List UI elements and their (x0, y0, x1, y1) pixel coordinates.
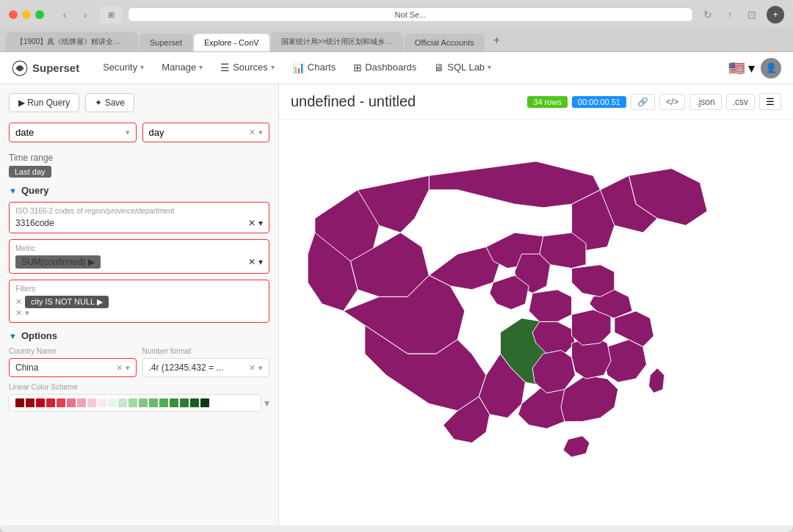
date-field-selector[interactable]: date ▾ (9, 123, 137, 142)
color-swatch-1 (15, 398, 24, 407)
filter-caret[interactable]: ▾ (25, 308, 29, 318)
color-swatch-2 (26, 398, 35, 407)
maximize-button[interactable] (35, 10, 44, 19)
color-swatch-16 (170, 398, 178, 407)
csv-button[interactable]: .csv (726, 94, 755, 110)
browser-titlebar: ‹ › ⊞ Not Se... ↻ ↑ ⊡ + (0, 0, 793, 29)
user-icon: 👤 (765, 62, 777, 73)
save-button[interactable]: ✦ Save (85, 93, 134, 112)
number-format-controls: ✕ ▾ (249, 363, 263, 373)
color-swatch-14 (149, 398, 158, 407)
color-scheme-label: Linear Color Scheme (9, 383, 269, 391)
tab-official[interactable]: Official Accounts (405, 34, 485, 51)
time-badge: 00:00:00.51 (572, 96, 626, 108)
color-swatch-7 (77, 398, 86, 407)
nav-sqllab[interactable]: 🖥 SQL Lab ▾ (425, 52, 500, 84)
nav-sources-caret: ▾ (271, 63, 275, 71)
color-swatch-4 (46, 398, 55, 407)
url-bar[interactable]: Not Se... (128, 7, 693, 22)
rows-badge: 34 rows (527, 96, 568, 108)
chart-title: undefined - untitled (291, 93, 416, 110)
color-swatch-15 (159, 398, 168, 407)
chart-header: undefined - untitled 34 rows 00:00:00.51… (279, 84, 793, 120)
dashboards-icon: ⊞ (353, 62, 362, 73)
color-swatch-6 (67, 398, 76, 407)
chart-menu-button[interactable]: ☰ (759, 93, 781, 110)
back-button[interactable]: ‹ (56, 6, 73, 23)
profile-icon[interactable]: + (767, 6, 784, 23)
iso-field-controls: ✕ ▾ (248, 218, 263, 228)
anhui-province (572, 310, 611, 346)
query-section-title: Query (21, 185, 49, 196)
tab-statistics[interactable]: 国家统计局>>统计用区划和城乡划分代码 (271, 32, 403, 51)
close-button[interactable] (9, 10, 18, 19)
time-range-badge[interactable]: Last day (9, 166, 51, 178)
sidebar-button[interactable]: ⊡ (743, 6, 761, 23)
iso-clear-button[interactable]: ✕ (248, 218, 256, 228)
forward-button[interactable]: › (76, 6, 94, 23)
metric-controls: ✕ ▾ (248, 257, 263, 267)
refresh-button[interactable]: ↻ (699, 6, 717, 23)
nav-security-caret: ▾ (140, 63, 144, 71)
options-section: Country Name China ✕ ▾ Number f (9, 347, 269, 412)
color-scheme-picker[interactable] (9, 394, 261, 412)
options-section-caret[interactable]: ▼ (9, 332, 17, 340)
nav-charts[interactable]: 📊 Charts (283, 52, 344, 84)
taiwan-province (648, 368, 664, 393)
user-menu[interactable]: 👤 (761, 58, 781, 79)
nav-sqllab-label: SQL Lab (447, 62, 485, 73)
granularity-clear[interactable]: ✕ (249, 128, 256, 137)
add-tab-button[interactable]: + (486, 29, 507, 51)
number-format-clear[interactable]: ✕ (249, 363, 256, 373)
shandong-province (572, 265, 615, 297)
metric-caret[interactable]: ▾ (258, 257, 263, 267)
country-clear[interactable]: ✕ (116, 363, 123, 373)
tab-explore[interactable]: Explore - ConV (194, 34, 269, 51)
options-section-title: Options (21, 330, 57, 341)
date-field-controls: ▾ (126, 128, 130, 137)
browser-tabs: 【1900】真《纸牌屋》精讲全集_哔哩哔哩... Superset Explor… (0, 29, 793, 52)
nav-manage[interactable]: Manage ▾ (153, 52, 211, 84)
code-button[interactable]: </> (659, 94, 685, 110)
color-scheme-container: Linear Color Scheme (9, 383, 269, 412)
url-text: Not Se... (395, 10, 427, 19)
filter-tag-remove[interactable]: ✕ (15, 297, 22, 307)
metric-clear[interactable]: ✕ (248, 257, 256, 267)
metric-field-group: Metric SUM(confirmed) ▶ ✕ ▾ (9, 239, 269, 274)
nav-security[interactable]: Security ▾ (94, 52, 153, 84)
country-name-controls: ✕ ▾ (116, 363, 130, 373)
minimize-button[interactable] (22, 10, 31, 19)
china-map (286, 133, 786, 503)
iso-caret[interactable]: ▾ (258, 218, 263, 228)
language-selector[interactable]: 🇺🇸 ▾ (728, 60, 755, 76)
json-button[interactable]: .json (689, 94, 721, 110)
options-section-header: ▼ Options (9, 330, 269, 341)
color-scheme-caret[interactable]: ▾ (264, 397, 269, 409)
granularity-caret[interactable]: ▾ (258, 128, 263, 137)
tab-superset[interactable]: Superset (140, 34, 192, 51)
color-swatch-10 (108, 398, 117, 407)
number-format-caret[interactable]: ▾ (258, 363, 263, 373)
date-field-caret[interactable]: ▾ (126, 128, 130, 137)
metric-tag[interactable]: SUM(confirmed) ▶ (15, 255, 101, 269)
query-section-caret[interactable]: ▼ (9, 186, 17, 195)
color-scheme-row: ▾ (9, 394, 269, 412)
nav-dashboards[interactable]: ⊞ Dashboards (344, 52, 425, 84)
view-button[interactable]: ⊞ (100, 6, 122, 23)
country-name-selector[interactable]: China ✕ ▾ (9, 358, 137, 377)
share-button[interactable]: ↑ (721, 6, 739, 23)
iso-field-group: ISO 3166-2 codes of region/province/depa… (9, 202, 269, 233)
link-button[interactable]: 🔗 (631, 94, 655, 110)
run-query-button[interactable]: ▶ Run Query (9, 93, 79, 112)
nav-sources[interactable]: ☰ Sources ▾ (211, 52, 283, 84)
tab-bilibili[interactable]: 【1900】真《纸牌屋》精讲全集_哔哩哔哩... (6, 32, 138, 51)
number-format-selector[interactable]: .4r (12345.432 = ... ✕ ▾ (142, 358, 270, 377)
query-section-header: ▼ Query (9, 185, 269, 196)
filter-clear[interactable]: ✕ (15, 308, 22, 318)
logo[interactable]: Superset (12, 60, 79, 76)
granularity-selector[interactable]: day ✕ ▾ (142, 123, 270, 142)
filter-tag[interactable]: city IS NOT NULL ▶ (25, 296, 109, 308)
country-caret[interactable]: ▾ (126, 363, 130, 373)
logo-text: Superset (32, 62, 79, 74)
granularity-controls: ✕ ▾ (249, 128, 263, 137)
